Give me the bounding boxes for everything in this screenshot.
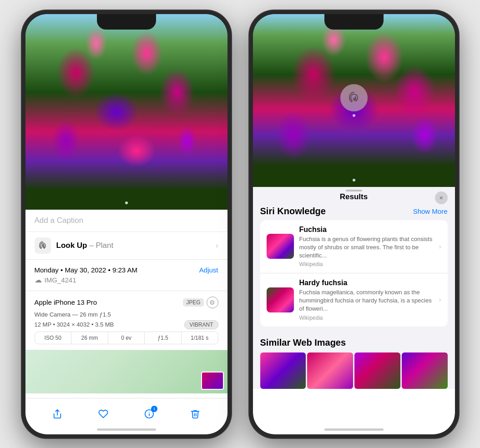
caption-area[interactable]: Add a Caption <box>25 210 227 232</box>
favorite-button[interactable] <box>93 404 113 424</box>
jpeg-badge: JPEG <box>183 298 203 307</box>
siri-dot <box>353 114 355 117</box>
map-section <box>25 350 227 393</box>
results-title: Results <box>340 192 368 201</box>
knowledge-card: Fuchsia Fuchsia is a genus of flowering … <box>260 220 448 327</box>
caption-placeholder: Add a Caption <box>35 216 84 225</box>
lookup-label: Look Up – Plant <box>56 241 114 250</box>
photo-fuchsia-left <box>25 14 227 210</box>
similar-images-section: Similar Web Images <box>253 332 455 389</box>
map-background <box>25 350 227 393</box>
hardy-title: Hardy fuchsia <box>299 279 434 287</box>
camera-specs: Wide Camera — 26 mm ƒ1.5 <box>35 311 218 318</box>
results-header: Results × <box>253 187 455 206</box>
similar-images-title: Similar Web Images <box>260 337 448 348</box>
phones-container: Add a Caption Look Up – Plant › <box>0 0 480 448</box>
hardy-chevron-icon: › <box>439 296 441 303</box>
fuchsia-thumbnail <box>267 234 294 259</box>
lookup-row[interactable]: Look Up – Plant › <box>25 232 227 260</box>
fuchsia-description: Fuchsia is a genus of flowering plants t… <box>299 235 434 260</box>
phone-left: Add a Caption Look Up – Plant › <box>22 10 231 438</box>
siri-badge <box>340 84 368 111</box>
fuchsia-content: Fuchsia Fuchsia is a genus of flowering … <box>299 226 434 268</box>
gear-icon[interactable]: ⚙ <box>207 297 218 308</box>
similar-image-1[interactable] <box>260 352 306 389</box>
similar-image-3[interactable] <box>354 352 400 389</box>
fuchsia-source: Wikipedia <box>299 261 434 267</box>
knowledge-item-hardy[interactable]: Hardy fuchsia Fuchsia magellanica, commo… <box>260 273 448 327</box>
home-indicator-left <box>97 428 156 431</box>
device-badges: JPEG ⚙ <box>183 297 218 308</box>
phone-right: Results × Siri Knowledge Show More <box>249 10 459 438</box>
home-indicator-right <box>324 428 384 431</box>
show-more-button[interactable]: Show More <box>413 207 448 215</box>
page-indicator-left <box>125 201 128 204</box>
exif-shutter: 1/181 s <box>182 332 218 344</box>
hardy-description: Fuchsia magellanica, commonly known as t… <box>299 288 434 313</box>
vibrant-badge: VIBRANT <box>184 320 218 329</box>
hardy-content: Hardy fuchsia Fuchsia magellanica, commo… <box>299 279 434 321</box>
notch-left <box>97 14 156 30</box>
flower-image-left <box>25 14 227 210</box>
siri-knowledge-section: Siri Knowledge Show More Fuchsia Fuchsia… <box>253 206 455 332</box>
results-close-button[interactable]: × <box>435 191 448 204</box>
notch-right <box>324 14 384 30</box>
delete-button[interactable] <box>185 404 205 424</box>
exif-ev: 0 ev <box>108 332 145 344</box>
similar-image-4[interactable] <box>402 352 448 389</box>
lookup-chevron-icon: › <box>216 242 218 250</box>
results-handle <box>346 190 362 191</box>
hardy-thumbnail <box>267 287 294 312</box>
exif-aperture: ƒ1.5 <box>145 332 182 344</box>
info-badge: i <box>151 406 157 412</box>
phone-right-screen: Results × Siri Knowledge Show More <box>253 14 455 434</box>
device-name: Apple iPhone 13 Pro <box>35 298 97 306</box>
exif-row: ISO 50 26 mm 0 ev ƒ1.5 1/181 s <box>35 332 218 344</box>
share-button[interactable] <box>47 404 67 424</box>
leaf-icon <box>38 241 48 251</box>
meta-section: Monday • May 30, 2022 • 9:23 AM Adjust ☁… <box>25 260 227 291</box>
phone-left-screen: Add a Caption Look Up – Plant › <box>25 14 227 434</box>
meta-date: Monday • May 30, 2022 • 9:23 AM <box>35 266 137 274</box>
page-indicator-right <box>353 179 355 181</box>
adjust-button[interactable]: Adjust <box>199 266 218 274</box>
similar-image-2[interactable] <box>307 352 353 389</box>
map-photo-thumbnail <box>201 372 224 390</box>
hardy-source: Wikipedia <box>299 315 434 321</box>
siri-knowledge-title: Siri Knowledge <box>260 206 326 216</box>
results-panel: Results × Siri Knowledge Show More <box>253 187 455 389</box>
meta-filename: IMG_4241 <box>45 276 76 284</box>
fuchsia-title: Fuchsia <box>299 226 434 234</box>
knowledge-item-fuchsia[interactable]: Fuchsia Fuchsia is a genus of flowering … <box>260 220 448 274</box>
exif-mm: 26 mm <box>71 332 108 344</box>
photo-fuchsia-right <box>253 14 455 187</box>
fuchsia-chevron-icon: › <box>439 243 441 250</box>
info-button[interactable]: i <box>139 404 159 424</box>
lookup-icon <box>35 237 51 254</box>
similar-images-grid <box>260 352 448 389</box>
camera-mp: 12 MP • 3024 × 4032 • 3.5 MB <box>35 321 114 328</box>
siri-knowledge-header: Siri Knowledge Show More <box>260 206 448 216</box>
device-section: Apple iPhone 13 Pro JPEG ⚙ Wide Camera —… <box>25 291 227 350</box>
exif-iso: ISO 50 <box>35 332 72 344</box>
siri-leaf-icon <box>347 91 361 105</box>
cloud-icon: ☁ <box>35 276 42 284</box>
